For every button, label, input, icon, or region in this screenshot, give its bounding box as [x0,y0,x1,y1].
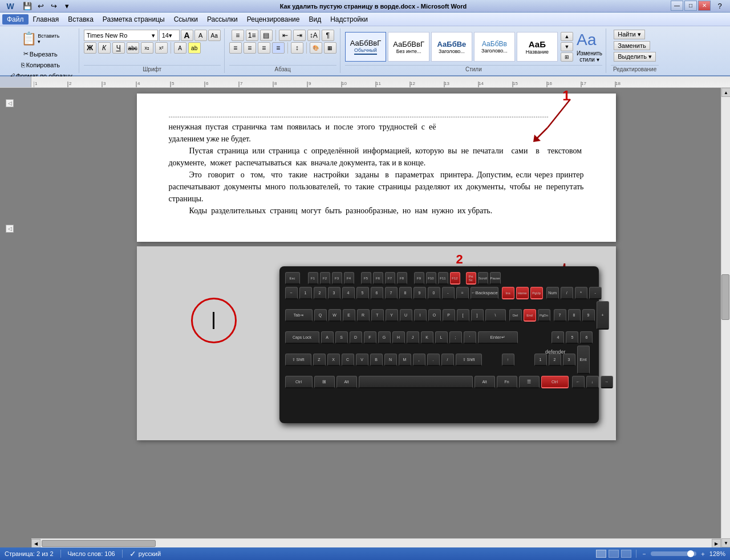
vertical-scrollbar[interactable]: ▲ ▼ [721,88,730,547]
menu-insert[interactable]: Вставка [63,14,98,25]
key-n[interactable]: N [384,354,397,366]
key-backspace[interactable]: ←Backspace [471,287,498,299]
key-m[interactable]: M [399,354,411,366]
key-comma[interactable]: , [413,354,425,366]
key-equals[interactable]: = [456,287,469,299]
key-e[interactable]: E [343,309,355,322]
key-f9[interactable]: F9 [414,272,424,285]
font-size-dropdown-icon[interactable]: ▾ [169,32,172,39]
key-left[interactable]: ← [572,376,585,388]
cut-btn[interactable]: ✂ Вырезать [21,48,60,59]
shading-btn[interactable]: 🎨 [310,42,322,54]
key-6[interactable]: 6 [371,287,383,299]
key-tilde[interactable]: ~ [285,287,298,299]
key-fn[interactable]: Fn [497,376,517,388]
key-numminus[interactable]: - [589,287,602,299]
view-web-btn[interactable] [621,550,631,558]
clear-format-btn[interactable]: Aa [208,30,221,41]
multilevel-btn[interactable]: ▤ [260,30,273,41]
sort-btn[interactable]: ↕A [307,30,320,41]
key-p[interactable]: P [443,309,455,322]
key-o[interactable]: O [428,309,441,322]
key-y[interactable]: Y [386,309,398,322]
underline-btn[interactable]: Ч [112,42,125,54]
key-w[interactable]: W [328,309,341,322]
font-size-box[interactable]: 14 ▾ [159,30,180,41]
align-right-btn[interactable]: ≡ [258,42,270,54]
key-num2[interactable]: 2 [549,354,561,366]
key-9[interactable]: 9 [413,287,426,299]
font-name-box[interactable]: Times New Ro ▾ [84,30,158,41]
key-a[interactable]: A [321,331,334,344]
key-tab[interactable]: Tab⇥ [285,309,313,322]
key-l[interactable]: L [435,331,448,344]
strikethrough-btn[interactable]: аbc [127,42,139,54]
menu-mailings[interactable]: Рассылки [202,14,242,25]
key-numenter[interactable]: Ent [577,346,590,374]
key-z[interactable]: Z [313,354,326,366]
zoom-in-btn[interactable]: ＋ [700,550,706,558]
borders-btn[interactable]: ▦ [324,42,336,54]
zoom-slider[interactable] [651,551,696,556]
key-esc[interactable]: Esc [285,272,300,285]
copy-btn[interactable]: ⎘ Копировать [18,60,63,70]
key-num5[interactable]: 5 [566,331,578,344]
align-justify-btn[interactable]: ≡ [272,42,285,54]
key-insert[interactable]: Ins [502,287,514,299]
key-rshift[interactable]: ⇧ Shift [456,354,482,366]
key-k[interactable]: K [421,331,433,344]
key-f2[interactable]: F2 [320,272,330,285]
key-v[interactable]: V [356,354,368,366]
paste-btn[interactable]: 📋 Вставить▾ [18,30,62,48]
replace-btn[interactable]: Заменить [614,41,650,50]
key-capslock[interactable]: Caps Lock [285,331,319,344]
save-qat-btn[interactable]: 💾 [22,1,33,12]
styles-scroll-down[interactable]: ▼ [561,42,573,51]
spell-check[interactable]: ✓ русский [129,549,161,558]
key-numdiv[interactable]: / [561,287,573,299]
line-spacing-btn[interactable]: ↕ [291,42,303,54]
style-title[interactable]: АаБ Название [517,32,558,62]
key-x[interactable]: X [327,354,340,366]
key-delete[interactable]: Del [509,309,522,322]
font-shrink-btn[interactable]: A [194,30,207,41]
minimize-btn[interactable]: — [671,1,683,11]
key-7[interactable]: 7 [385,287,398,299]
key-f4[interactable]: F4 [344,272,354,285]
key-8[interactable]: 8 [399,287,412,299]
key-numlock[interactable]: Num [546,287,559,299]
key-num1[interactable]: 1 [534,354,547,366]
key-5[interactable]: 5 [356,287,369,299]
key-d[interactable]: D [350,331,362,344]
key-period[interactable]: . [427,354,440,366]
key-f[interactable]: F [364,331,376,344]
subscript-btn[interactable]: х₂ [141,42,153,54]
key-num6[interactable]: 6 [580,331,593,344]
select-btn[interactable]: Выделить ▾ [614,52,656,62]
key-scroll[interactable]: Scroll [478,272,488,285]
bullets-btn[interactable]: ≡ [232,30,244,41]
key-s[interactable]: S [335,331,348,344]
key-f7[interactable]: F7 [385,272,395,285]
key-3[interactable]: 3 [328,287,340,299]
help-btn[interactable]: ? [714,1,725,12]
h-scroll-thumb[interactable] [42,540,156,547]
italic-btn[interactable]: К [98,42,111,54]
key-4[interactable]: 4 [342,287,355,299]
key-enter[interactable]: Enter↵ [478,331,518,344]
key-prtsc[interactable]: PrtSc [466,272,476,285]
key-lalt[interactable]: Alt [336,376,357,388]
scroll-left-btn[interactable]: ◀ [31,539,40,547]
key-pause[interactable]: Pause [490,272,501,285]
key-end[interactable]: End [524,309,536,322]
horizontal-scrollbar[interactable]: ◀ ▶ [31,538,721,547]
key-f3[interactable]: F3 [332,272,342,285]
styles-scroll-up[interactable]: ▲ [561,32,573,41]
key-right[interactable]: → [601,376,613,388]
key-slash[interactable]: / [441,354,454,366]
style-no-spacing[interactable]: АаБбВвГ Без инте... [388,32,429,62]
key-quote[interactable]: ' [464,331,476,344]
key-ralt[interactable]: Alt [474,376,495,388]
key-space[interactable] [359,376,473,388]
key-h[interactable]: H [392,331,405,344]
